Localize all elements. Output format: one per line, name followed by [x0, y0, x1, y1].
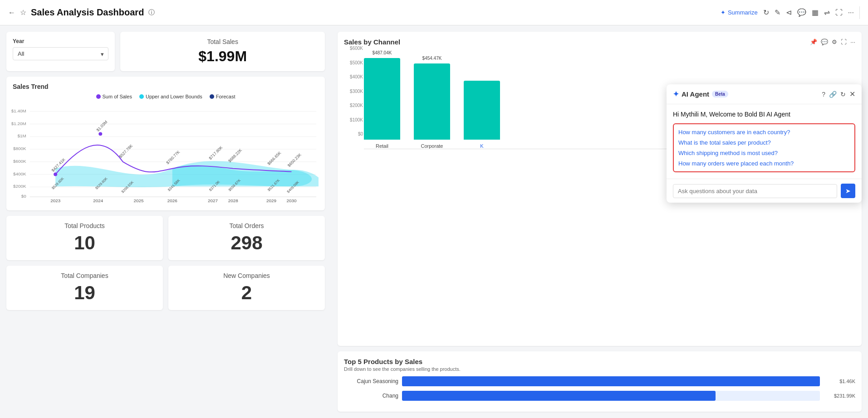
k-label: K — [480, 143, 483, 149]
k-bar — [464, 81, 500, 140]
beta-badge: Beta — [712, 91, 728, 97]
retail-value: $487.04K — [373, 50, 392, 55]
summarize-button[interactable]: ✦ Summarize — [721, 9, 758, 16]
legend-label-sales: Sum of Sales — [103, 94, 132, 99]
y-axis: $600K $500K $400K $300K $200K $100K $0 — [344, 46, 363, 136]
ai-send-button[interactable]: ➤ — [841, 184, 855, 198]
info-icon[interactable]: ⓘ — [148, 9, 155, 17]
back-button[interactable]: ← — [8, 9, 15, 17]
svg-text:2030: 2030 — [287, 198, 297, 203]
corporate-value: $454.47K — [422, 56, 442, 61]
sales-trend-card: Sales Trend Sum of Sales Upper and Lower… — [6, 77, 325, 210]
ai-agent-header: ✦ AI Agent Beta ? 🔗 ↻ ✕ — [667, 84, 862, 104]
sales-trend-chart: $1.40M $1.20M $1M $800K $600K $400K $200… — [13, 103, 319, 203]
y-label-600k: $600K — [344, 46, 363, 51]
year-select[interactable]: All 2023 2024 2025 2026 2027 2028 2029 2… — [13, 47, 108, 60]
legend-dot-sales — [96, 94, 101, 99]
ai-help-icon[interactable]: ? — [822, 90, 825, 98]
svg-text:2025: 2025 — [134, 198, 144, 203]
total-companies-card: Total Companies 19 — [6, 266, 163, 310]
svg-text:$1M: $1M — [17, 133, 26, 138]
left-panel: Year All 2023 2024 2025 2026 2027 2028 2… — [0, 25, 331, 418]
y-label-0: $0 — [344, 131, 363, 136]
y-label-500k: $500K — [344, 60, 363, 65]
settings-icon[interactable]: ⚙ — [832, 39, 837, 45]
ai-agent-footer: ➤ — [667, 179, 862, 203]
svg-text:$717.80K: $717.80K — [208, 145, 223, 160]
cajun-track — [402, 376, 820, 386]
sales-by-channel-header: Sales by Channel 📌 💬 ⚙ ⛶ ··· — [344, 38, 855, 46]
star-button[interactable]: ☆ — [20, 8, 26, 17]
divider — [859, 6, 860, 19]
edit-icon[interactable]: ✎ — [775, 8, 780, 17]
ai-refresh-icon[interactable]: ↻ — [840, 90, 846, 98]
schedule-icon[interactable]: ▦ — [812, 8, 819, 17]
pin-icon[interactable]: 📌 — [810, 39, 817, 45]
svg-text:$1.40M: $1.40M — [11, 108, 26, 113]
svg-text:$760.77K: $760.77K — [165, 150, 181, 165]
comment-icon[interactable]: 💬 — [797, 8, 806, 17]
total-orders-label: Total Orders — [175, 222, 319, 229]
svg-text:$527.78K: $527.78K — [118, 143, 133, 159]
total-companies-label: Total Companies — [13, 272, 157, 279]
ai-agent-header-icons: ? 🔗 ↻ ✕ — [822, 90, 855, 98]
year-label: Year — [13, 38, 108, 44]
suggestion-3[interactable]: Which shipping method is most used? — [678, 150, 850, 156]
header-right: ✦ Summarize ↻ ✎ ⊲ 💬 ▦ ⇌ ⛶ ··· — [721, 6, 860, 19]
cajun-value: $1.46K — [824, 379, 855, 384]
total-sales-value: $1.99M — [127, 48, 319, 65]
svg-text:$666.65K: $666.65K — [266, 151, 282, 166]
stats-row-1: Total Products 10 Total Orders 298 — [6, 216, 325, 260]
ai-link-icon[interactable]: 🔗 — [829, 90, 837, 98]
ai-agent-body: Hi Mythili M, Welcome to Bold BI AI Agen… — [667, 104, 862, 179]
chang-track — [402, 391, 820, 401]
legend-forecast: Forecast — [210, 94, 235, 99]
ai-close-icon[interactable]: ✕ — [849, 90, 855, 98]
top-row: Year All 2023 2024 2025 2026 2027 2028 2… — [6, 32, 325, 71]
total-sales-label: Total Sales — [127, 38, 319, 45]
retail-bar-group: $487.04K Retail — [364, 50, 400, 149]
sales-by-channel-title: Sales by Channel — [344, 38, 400, 46]
right-panel: Sales by Channel 📌 💬 ⚙ ⛶ ··· $600K $500K… — [331, 25, 868, 418]
cajun-fill — [402, 376, 820, 386]
more-icon[interactable]: ··· — [848, 9, 854, 17]
total-companies-value: 19 — [13, 282, 157, 304]
main-container: Year All 2023 2024 2025 2026 2027 2028 2… — [0, 25, 868, 418]
chang-label: Chang — [344, 393, 398, 399]
total-orders-card: Total Orders 298 — [168, 216, 325, 260]
page-title: Sales Analysis Dashboard — [31, 7, 144, 18]
y-label-300k: $300K — [344, 89, 363, 94]
chat-icon[interactable]: 💬 — [821, 39, 828, 45]
corporate-bar — [414, 63, 450, 140]
y-label-400k: $400K — [344, 74, 363, 79]
svg-text:$600K: $600K — [13, 159, 26, 164]
top5-title: Top 5 Products by Sales — [344, 358, 855, 365]
header-left: ← ☆ Sales Analysis Dashboard ⓘ — [8, 7, 155, 18]
more-dots-icon[interactable]: ··· — [850, 39, 855, 45]
cajun-bar-row: Cajun Seasoning $1.46K — [344, 376, 855, 386]
total-products-card: Total Products 10 — [6, 216, 163, 260]
sales-trend-title: Sales Trend — [13, 83, 319, 90]
svg-text:$200K: $200K — [13, 184, 26, 189]
ai-question-input[interactable] — [673, 184, 837, 198]
send-icon: ➤ — [845, 187, 851, 194]
corporate-label: Corporate — [421, 143, 443, 149]
embed-icon[interactable]: ⇌ — [824, 8, 830, 17]
suggestion-1[interactable]: How many customers are in each country? — [678, 129, 850, 136]
ai-agent-panel: ✦ AI Agent Beta ? 🔗 ↻ ✕ Hi Mythili M, We… — [667, 84, 862, 203]
suggestion-2[interactable]: What is the total sales per product? — [678, 139, 850, 146]
share-icon[interactable]: ⊲ — [786, 8, 792, 17]
suggestion-4[interactable]: How many orders were placed each month? — [678, 160, 850, 167]
y-label-200k: $200K — [344, 103, 363, 108]
svg-text:$800K: $800K — [13, 146, 26, 151]
legend-dot-forecast — [210, 94, 214, 99]
svg-text:$400K: $400K — [13, 171, 26, 176]
cajun-label: Cajun Seasoning — [344, 378, 398, 384]
expand-icon[interactable]: ⛶ — [841, 39, 847, 45]
year-select-wrapper: All 2023 2024 2025 2026 2027 2028 2029 2… — [13, 47, 108, 60]
fullscreen-icon[interactable]: ⛶ — [835, 9, 843, 17]
legend-label-forecast: Forecast — [216, 94, 235, 99]
svg-text:$1.03M: $1.03M — [96, 120, 108, 132]
refresh-icon[interactable]: ↻ — [763, 8, 769, 17]
svg-text:$1.20M: $1.20M — [11, 121, 26, 126]
